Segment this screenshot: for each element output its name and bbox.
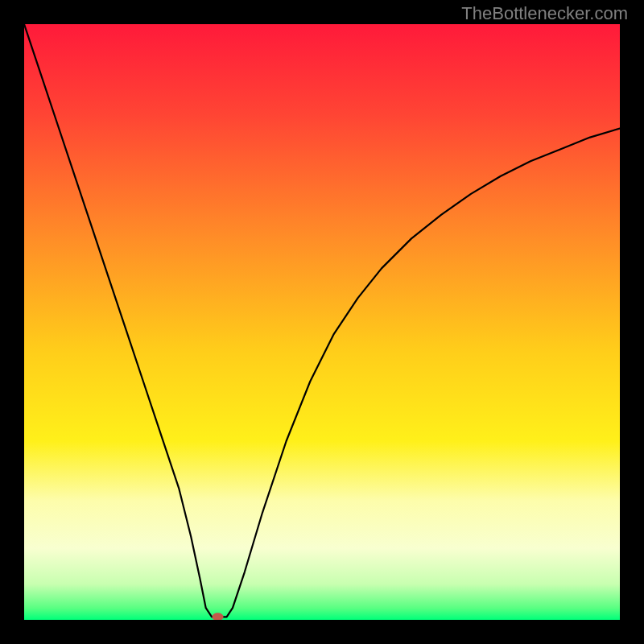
chart-container: TheBottlenecker.com — [0, 0, 644, 644]
plot-area — [24, 24, 620, 620]
gradient-background — [24, 24, 620, 620]
chart-svg — [24, 24, 620, 620]
watermark-text: TheBottlenecker.com — [461, 3, 628, 24]
